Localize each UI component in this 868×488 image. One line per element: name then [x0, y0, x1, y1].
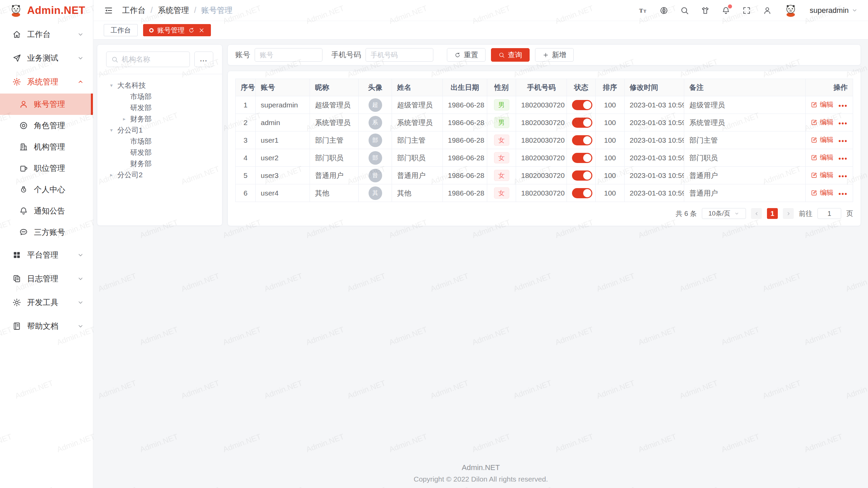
status-toggle[interactable] — [572, 118, 592, 128]
tree-node[interactable]: 市场部 — [97, 136, 219, 147]
status-toggle[interactable] — [572, 100, 592, 110]
account-input[interactable] — [255, 48, 322, 62]
current-page[interactable]: 1 — [767, 208, 778, 219]
font-size-icon[interactable]: TT — [639, 6, 648, 15]
tab-workbench[interactable]: 工作台 — [104, 24, 138, 36]
prev-page-button[interactable] — [751, 208, 762, 219]
sidebar-item-org-manage[interactable]: 机构管理 — [0, 136, 93, 158]
cell-birth: 1986-06-28 — [443, 149, 487, 167]
more-actions-button[interactable]: ••• — [839, 137, 848, 145]
column-header: 修改时间 — [625, 79, 684, 96]
notification-badge — [728, 4, 732, 8]
status-toggle[interactable] — [572, 135, 592, 145]
avatar: 普 — [369, 169, 382, 182]
status-toggle[interactable] — [572, 170, 592, 181]
collapse-menu-icon[interactable] — [104, 6, 113, 15]
cell-status — [567, 167, 596, 184]
org-tree: ▾大名科技市场部研发部▸财务部▾分公司1市场部研发部财务部▸分公司2 — [97, 74, 222, 180]
status-toggle[interactable] — [572, 188, 592, 198]
sidebar-item-business-test[interactable]: 业务测试 — [0, 46, 93, 70]
more-actions-button[interactable]: ••• — [839, 102, 848, 109]
sidebar-item-system-manage[interactable]: 系统管理 — [0, 70, 93, 94]
sidebar-item-position-manage[interactable]: 职位管理 — [0, 158, 93, 179]
tab-account-manage[interactable]: 账号管理 — [143, 24, 211, 36]
search-icon[interactable] — [680, 6, 689, 15]
more-actions-button[interactable]: ••• — [839, 155, 848, 162]
sidebar-item-log-manage[interactable]: 日志管理 — [0, 267, 93, 290]
add-button[interactable]: 新增 — [535, 48, 574, 62]
tree-caret-icon[interactable]: ▾ — [105, 127, 117, 133]
account-label: 账号 — [235, 50, 250, 60]
sidebar-item-personal-center[interactable]: 个人中心 — [0, 179, 93, 200]
table-row: 5user3普通用户普普通用户1986-06-28女18020030720100… — [236, 167, 853, 184]
sidebar-item-workbench[interactable]: 工作台 — [0, 22, 93, 46]
breadcrumb-item[interactable]: 系统管理 — [158, 5, 189, 16]
sidebar-item-third-party-account[interactable]: 三方账号 — [0, 222, 93, 243]
search-icon — [111, 56, 118, 63]
edit-button[interactable]: 编辑 — [811, 100, 833, 109]
next-page-button[interactable] — [783, 208, 794, 219]
language-icon[interactable] — [659, 6, 668, 15]
sidebar-item-account-manage[interactable]: 账号管理 — [0, 94, 93, 115]
cell-phone: 18020030720 — [516, 96, 567, 114]
org-search-input[interactable] — [122, 55, 185, 63]
cell-no: 6 — [236, 184, 256, 202]
more-options-button[interactable]: ... — [194, 52, 213, 67]
breadcrumb-item[interactable]: 工作台 — [122, 5, 145, 16]
cell-name: 部门主管 — [392, 131, 443, 149]
edit-button[interactable]: 编辑 — [811, 170, 833, 180]
tree-node[interactable]: 财务部 — [97, 158, 219, 169]
close-icon[interactable] — [198, 27, 205, 34]
header-actions: TT superadmin — [639, 3, 858, 18]
sidebar: Admin.NET 工作台业务测试系统管理账号管理角色管理机构管理职位管理个人中… — [0, 0, 93, 488]
sidebar-item-role-manage[interactable]: 角色管理 — [0, 115, 93, 136]
tree-node[interactable]: ▸分公司2 — [97, 169, 219, 180]
gender-tag: 男 — [494, 99, 509, 111]
cell-modified: 2023-01-03 10:59:44 — [625, 184, 684, 202]
reset-button[interactable]: 重置 — [447, 48, 486, 62]
sidebar-item-notice[interactable]: 通知公告 — [0, 200, 93, 222]
tree-node[interactable]: ▸财务部 — [97, 113, 219, 124]
tree-caret-icon[interactable]: ▸ — [118, 116, 130, 122]
phone-input[interactable] — [366, 48, 433, 62]
tree-caret-icon[interactable]: ▾ — [105, 82, 117, 88]
theme-shirt-icon[interactable] — [701, 6, 710, 15]
cell-name: 超级管理员 — [392, 96, 443, 114]
cell-phone: 18020030720 — [516, 114, 567, 131]
edit-button[interactable]: 编辑 — [811, 188, 833, 197]
cell-actions: 编辑••• — [806, 149, 853, 167]
cell-nickname: 普通用户 — [310, 167, 359, 184]
goto-page-input[interactable] — [817, 208, 841, 219]
edit-button[interactable]: 编辑 — [811, 135, 833, 144]
user-menu[interactable]: superadmin — [810, 6, 858, 15]
cell-sort: 100 — [596, 167, 625, 184]
sidebar-item-help-docs[interactable]: 帮助文档 — [0, 314, 93, 338]
refresh-icon[interactable] — [188, 27, 195, 34]
avatar[interactable] — [784, 3, 798, 18]
more-actions-button[interactable]: ••• — [839, 172, 848, 180]
column-header: 头像 — [359, 79, 392, 96]
cell-account: superadmin — [256, 96, 310, 114]
tree-node[interactable]: ▾分公司1 — [97, 124, 219, 136]
page-size-select[interactable]: 10条/页 — [702, 208, 746, 219]
column-header: 昵称 — [310, 79, 359, 96]
right-column: 账号 手机号码 重置 查询 新增 — [228, 44, 861, 226]
status-toggle[interactable] — [572, 153, 592, 163]
sidebar-item-dev-tools[interactable]: 开发工具 — [0, 290, 93, 314]
column-header: 姓名 — [392, 79, 443, 96]
avatar: 其 — [369, 186, 382, 200]
tree-node[interactable]: 市场部 — [97, 91, 219, 102]
tree-caret-icon[interactable]: ▸ — [105, 172, 117, 178]
profile-icon[interactable] — [763, 6, 772, 15]
edit-button[interactable]: 编辑 — [811, 118, 833, 127]
tree-node[interactable]: 研发部 — [97, 102, 219, 113]
more-actions-button[interactable]: ••• — [839, 190, 848, 198]
query-button[interactable]: 查询 — [491, 48, 530, 62]
sidebar-item-platform-manage[interactable]: 平台管理 — [0, 243, 93, 267]
more-actions-button[interactable]: ••• — [839, 120, 848, 127]
edit-button[interactable]: 编辑 — [811, 153, 833, 162]
tree-node[interactable]: 研发部 — [97, 147, 219, 158]
tree-node[interactable]: ▾大名科技 — [97, 80, 219, 91]
notification-bell-icon[interactable] — [722, 6, 730, 15]
fullscreen-icon[interactable] — [742, 6, 751, 15]
